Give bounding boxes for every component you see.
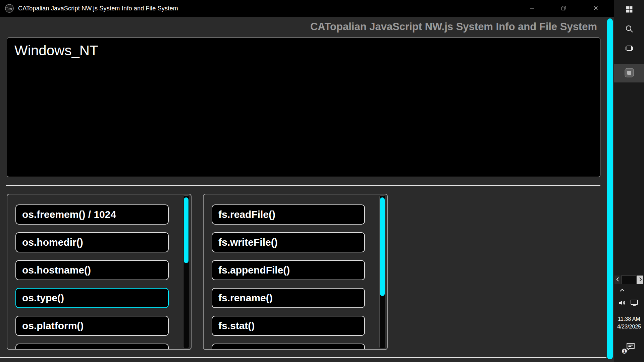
app-window: CATopalian JavaScript NW.js System Info … — [0, 0, 614, 362]
fs-panel-scroll-thumb[interactable] — [380, 197, 385, 296]
search-icon — [625, 24, 634, 34]
network-icon — [630, 299, 638, 307]
toolbar-scroll-right-button[interactable] — [637, 276, 643, 284]
start-button[interactable] — [614, 0, 644, 19]
chevron-up-icon — [620, 288, 625, 293]
bottom-divider — [0, 357, 606, 358]
fs-command-button[interactable]: fs.readFile() — [212, 204, 365, 225]
os-command-button[interactable]: os.arch() — [15, 344, 169, 350]
os-button-list: os.freemem() / 1024os.homedir()os.hostna… — [7, 194, 191, 350]
fs-command-button[interactable]: fs.writeFile() — [212, 232, 365, 252]
action-center-button[interactable]: 1 — [625, 341, 636, 353]
command-panels: os.freemem() / 1024os.homedir()os.hostna… — [7, 194, 388, 350]
minimize-button[interactable] — [516, 0, 548, 17]
clock-time: 11:38 AM — [614, 315, 644, 323]
windows-logo-icon — [625, 5, 633, 14]
titlebar: CATopalian JavaScript NW.js System Info … — [0, 0, 614, 17]
volume-button[interactable] — [618, 299, 626, 307]
close-button[interactable] — [580, 0, 611, 17]
output-textarea[interactable]: Windows_NT — [7, 38, 600, 177]
os-commands-panel: os.freemem() / 1024os.homedir()os.hostna… — [7, 194, 192, 350]
speaker-icon — [618, 299, 626, 307]
taskbar-app-button[interactable] — [614, 64, 644, 82]
page-scrollbar[interactable] — [607, 18, 613, 359]
taskbar-clock[interactable]: 11:38 AM 4/23/2025 — [614, 315, 644, 330]
restore-icon — [561, 5, 567, 12]
os-command-button[interactable]: os.type() — [15, 288, 169, 308]
page-title: CATopalian JavaScript NW.js System Info … — [310, 21, 597, 33]
os-panel-scroll-thumb[interactable] — [184, 197, 189, 263]
app-window-icon — [624, 68, 634, 79]
fs-command-button[interactable]: fs.appendFile() — [212, 260, 365, 280]
screen: CATopalian JavaScript NW.js System Info … — [0, 0, 644, 362]
toolbar-scroll-left-button[interactable] — [614, 276, 621, 284]
fs-commands-panel: fs.readFile()fs.writeFile()fs.appendFile… — [203, 194, 388, 350]
chevron-right-icon — [639, 277, 642, 283]
horizontal-divider — [6, 185, 600, 186]
clock-date: 4/23/2025 — [614, 323, 644, 330]
output-text: Windows_NT — [14, 43, 98, 58]
taskbar-toolbar-scroller — [614, 276, 644, 284]
chevron-left-icon — [616, 277, 619, 283]
os-command-button[interactable]: os.hostname() — [15, 260, 169, 280]
search-button[interactable] — [614, 19, 644, 39]
toolbar-thumb[interactable] — [621, 276, 637, 284]
minimize-icon — [529, 5, 535, 12]
fs-panel-scrollbar[interactable] — [379, 195, 385, 348]
maximize-button[interactable] — [548, 0, 580, 17]
window-controls — [516, 0, 611, 17]
fs-command-button[interactable]: fs.readdir() — [212, 344, 365, 350]
task-view-icon — [625, 44, 634, 54]
fs-button-list: fs.readFile()fs.writeFile()fs.appendFile… — [204, 194, 387, 350]
notification-badge: 1 — [621, 348, 628, 354]
resize-grip-icon[interactable] — [594, 170, 599, 176]
taskbar: 11:38 AM 4/23/2025 1 — [614, 0, 644, 362]
os-command-button[interactable]: os.homedir() — [15, 232, 169, 252]
fs-command-button[interactable]: fs.stat() — [212, 316, 365, 336]
window-title: CATopalian JavaScript NW.js System Info … — [18, 5, 178, 12]
task-view-button[interactable] — [614, 39, 644, 58]
fs-command-button[interactable]: fs.rename() — [212, 288, 365, 308]
close-icon — [593, 5, 598, 12]
os-command-button[interactable]: os.platform() — [15, 316, 169, 336]
app-content: CATopalian JavaScript NW.js System Info … — [0, 17, 609, 362]
network-button[interactable] — [630, 299, 639, 307]
os-panel-scrollbar[interactable] — [183, 195, 189, 348]
show-hidden-icons-button[interactable] — [618, 286, 626, 294]
os-command-button[interactable]: os.freemem() / 1024 — [15, 204, 169, 225]
app-logo-icon — [5, 4, 14, 13]
